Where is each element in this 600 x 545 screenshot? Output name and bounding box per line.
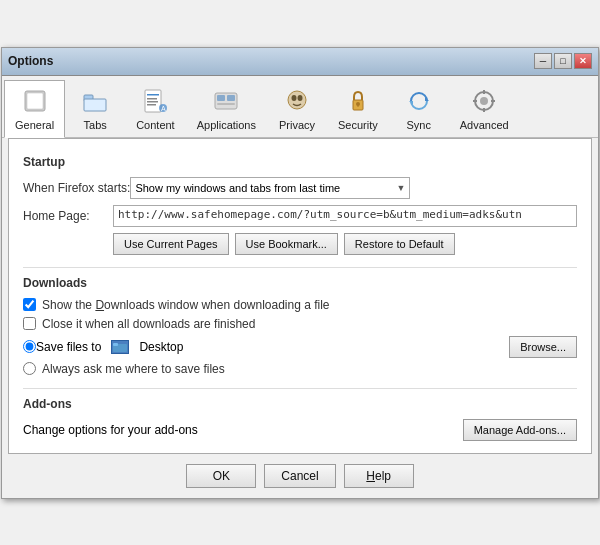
manage-addons-button[interactable]: Manage Add-ons... xyxy=(463,419,577,441)
save-location-label: Desktop xyxy=(139,340,183,354)
svg-rect-14 xyxy=(217,103,235,105)
svg-rect-3 xyxy=(84,99,106,111)
always-ask-label: Always ask me where to save files xyxy=(42,362,225,376)
startup-title: Startup xyxy=(23,155,577,169)
startup-dropdown-value: Show my windows and tabs from last time xyxy=(135,182,340,194)
firefox-starts-row: When Firefox starts: Show my windows and… xyxy=(23,177,577,199)
section-divider-1 xyxy=(23,267,577,268)
tab-applications-label: Applications xyxy=(197,119,256,131)
tab-applications[interactable]: Applications xyxy=(186,80,267,137)
content-icon: A xyxy=(139,85,171,117)
startup-section: Startup When Firefox starts: Show my win… xyxy=(23,155,577,255)
svg-rect-30 xyxy=(113,343,118,346)
svg-point-16 xyxy=(292,95,297,101)
svg-rect-7 xyxy=(147,101,158,103)
startup-dropdown[interactable]: Show my windows and tabs from last time … xyxy=(130,177,410,199)
dropdown-arrow-icon: ▼ xyxy=(396,183,405,193)
options-window: Options ─ □ ✕ General Tabs xyxy=(1,47,599,499)
show-downloads-label: Show the Downloads window when downloadi… xyxy=(42,298,330,312)
restore-to-default-button[interactable]: Restore to Default xyxy=(344,233,455,255)
tab-advanced[interactable]: Advanced xyxy=(449,80,520,137)
cancel-button[interactable]: Cancel xyxy=(264,464,335,488)
tab-sync-label: Sync xyxy=(407,119,431,131)
privacy-icon xyxy=(281,85,313,117)
tab-general[interactable]: General xyxy=(4,80,65,138)
addons-manage-row: Change options for your add-ons Manage A… xyxy=(23,419,577,441)
window-title: Options xyxy=(8,54,53,68)
addons-description: Change options for your add-ons xyxy=(23,423,198,437)
save-files-label: Save files to xyxy=(36,340,101,354)
startup-buttons: Use Current Pages Use Bookmark... Restor… xyxy=(23,233,577,255)
close-button[interactable]: ✕ xyxy=(574,53,592,69)
general-icon xyxy=(19,85,51,117)
home-page-row: Home Page: http://www.safehomepage.com/?… xyxy=(23,205,577,227)
content-area: Startup When Firefox starts: Show my win… xyxy=(8,138,592,454)
applications-icon xyxy=(210,85,242,117)
toolbar: General Tabs A xyxy=(2,76,598,138)
svg-point-15 xyxy=(288,91,306,109)
browse-button[interactable]: Browse... xyxy=(509,336,577,358)
svg-rect-26 xyxy=(483,108,485,112)
close-downloads-label: Close it when all downloads are finished xyxy=(42,317,255,331)
help-button[interactable]: Help xyxy=(344,464,414,488)
svg-rect-8 xyxy=(147,104,156,106)
svg-rect-25 xyxy=(483,90,485,94)
svg-point-24 xyxy=(480,97,488,105)
tab-security[interactable]: Security xyxy=(327,80,389,137)
svg-text:A: A xyxy=(161,105,166,112)
maximize-button[interactable]: □ xyxy=(554,53,572,69)
svg-rect-28 xyxy=(491,100,495,102)
show-downloads-row: Show the Downloads window when downloadi… xyxy=(23,298,577,312)
svg-point-17 xyxy=(298,95,303,101)
save-files-radio[interactable] xyxy=(23,340,36,353)
svg-rect-1 xyxy=(27,93,43,109)
title-controls: ─ □ ✕ xyxy=(534,53,592,69)
save-files-left: Save files to Desktop xyxy=(23,340,183,354)
tab-privacy[interactable]: Privacy xyxy=(267,80,327,137)
svg-rect-12 xyxy=(217,95,225,101)
addons-section: Add-ons Change options for your add-ons … xyxy=(23,397,577,441)
close-downloads-row: Close it when all downloads are finished xyxy=(23,317,577,331)
title-bar: Options ─ □ ✕ xyxy=(2,48,598,76)
tab-general-label: General xyxy=(15,119,54,131)
close-downloads-checkbox[interactable] xyxy=(23,317,36,330)
when-firefox-starts-label: When Firefox starts: xyxy=(23,181,130,195)
tab-security-label: Security xyxy=(338,119,378,131)
svg-rect-27 xyxy=(473,100,477,102)
desktop-folder-icon xyxy=(111,340,129,354)
tab-content[interactable]: A Content xyxy=(125,80,186,137)
use-bookmark-button[interactable]: Use Bookmark... xyxy=(235,233,338,255)
security-icon xyxy=(342,85,374,117)
save-files-row: Save files to Desktop Browse... xyxy=(23,336,577,358)
footer: OK Cancel Help xyxy=(2,454,598,498)
svg-rect-20 xyxy=(357,104,358,107)
tab-tabs-label: Tabs xyxy=(84,119,107,131)
downloads-section: Downloads Show the Downloads window when… xyxy=(23,276,577,376)
svg-rect-6 xyxy=(147,98,157,100)
minimize-button[interactable]: ─ xyxy=(534,53,552,69)
tab-advanced-label: Advanced xyxy=(460,119,509,131)
always-ask-row: Always ask me where to save files xyxy=(23,362,577,376)
downloads-title: Downloads xyxy=(23,276,577,290)
tab-sync[interactable]: Sync xyxy=(389,80,449,137)
home-page-input[interactable]: http://www.safehomepage.com/?utm_source=… xyxy=(113,205,577,227)
tab-content-label: Content xyxy=(136,119,175,131)
show-downloads-checkbox[interactable] xyxy=(23,298,36,311)
ok-button[interactable]: OK xyxy=(186,464,256,488)
sync-icon xyxy=(403,85,435,117)
section-divider-2 xyxy=(23,388,577,389)
addons-title: Add-ons xyxy=(23,397,577,411)
svg-rect-5 xyxy=(147,94,159,96)
svg-rect-13 xyxy=(227,95,235,101)
use-current-pages-button[interactable]: Use Current Pages xyxy=(113,233,229,255)
tab-tabs[interactable]: Tabs xyxy=(65,80,125,137)
always-ask-radio[interactable] xyxy=(23,362,36,375)
tab-privacy-label: Privacy xyxy=(279,119,315,131)
home-page-label: Home Page: xyxy=(23,209,113,223)
advanced-icon xyxy=(468,85,500,117)
tabs-icon xyxy=(79,85,111,117)
